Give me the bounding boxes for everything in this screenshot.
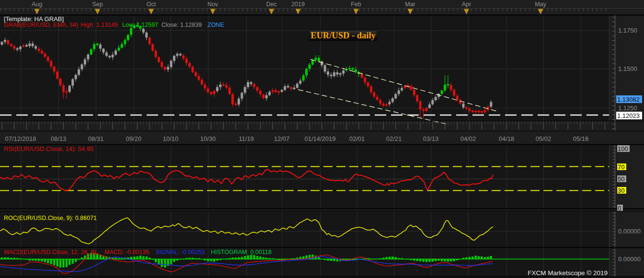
svg-text:10/10: 10/10 [163,135,179,142]
svg-text:03/13: 03/13 [423,135,439,142]
svg-text:02/21: 02/21 [386,135,402,142]
svg-text:1.1250: 1.1250 [618,104,637,112]
svg-text:0.00000: 0.00000 [618,255,641,263]
svg-text:08/31: 08/31 [88,135,104,142]
svg-text:ROC(EUR/USD.Close, 9): 0.86071: ROC(EUR/USD.Close, 9): 0.86071 [4,215,97,221]
svg-text:30: 30 [618,187,624,194]
svg-text:Sep: Sep [92,1,103,8]
svg-text:EUR/USD - daily: EUR/USD - daily [310,31,376,40]
svg-text:1.1500: 1.1500 [618,65,637,72]
svg-text:09/20: 09/20 [126,135,142,142]
svg-text:0.00000: 0.00000 [618,228,641,235]
svg-text:70: 70 [618,163,624,171]
svg-text:11/19: 11/19 [239,135,254,142]
svg-text:Aug: Aug [32,1,42,8]
svg-text:04/02: 04/02 [460,135,476,142]
svg-text:FXCM Marketscope © 2019: FXCM Marketscope © 2019 [528,269,608,277]
svg-text:05/02: 05/02 [536,135,552,142]
svg-text:RSI(EUR/USD.Close, 14): 54.95: RSI(EUR/USD.Close, 14): 54.95 [4,145,93,152]
svg-text:MACD(EUR/USD.Close, 12, 26, 9): MACD(EUR/USD.Close, 12, 26, 9) [4,249,96,255]
svg-text:01/14/2019: 01/14/2019 [304,135,335,142]
svg-text:HISTOGRAM: 0.00118: HISTOGRAM: 0.00118 [211,249,272,255]
svg-text:Feb: Feb [351,1,361,8]
svg-text:Mar: Mar [405,1,415,8]
svg-text:04/18: 04/18 [499,135,515,142]
svg-text:1.13082: 1.13082 [617,96,640,103]
svg-text:MACD: -0.00135: MACD: -0.00135 [104,249,149,255]
svg-text:Dec: Dec [266,1,276,8]
svg-text:02/01: 02/01 [349,135,365,142]
svg-text:10/30: 10/30 [200,135,216,142]
svg-text:1.12023: 1.12023 [617,112,640,119]
svg-text:100: 100 [618,145,628,152]
svg-text:08/13: 08/13 [51,135,67,142]
svg-text:SIGNAL: -0.00253: SIGNAL: -0.00253 [156,249,205,255]
svg-text:Apr: Apr [462,1,471,8]
svg-text:Close: 1.12839: Close: 1.12839 [161,22,202,28]
svg-text:ZONE: ZONE [207,22,224,28]
svg-text:GRAB(EUR/USD, EMA, 34): GRAB(EUR/USD, EMA, 34) [4,22,78,28]
svg-text:50: 50 [618,175,624,183]
svg-text:0: 0 [618,205,621,212]
svg-text:High: 1.13145: High: 1.13145 [80,22,118,28]
svg-text:May: May [535,1,546,8]
svg-text:Nov: Nov [207,1,218,8]
svg-text:12/07: 12/07 [274,135,290,142]
svg-text:Low: 1.12597: Low: 1.12597 [122,22,158,28]
svg-text:07/12/2018: 07/12/2018 [5,135,36,142]
svg-text:2019: 2019 [291,1,305,8]
svg-text:05/16: 05/16 [573,135,589,142]
svg-text:Oct: Oct [147,1,156,8]
svg-text:1.1750: 1.1750 [618,27,637,34]
